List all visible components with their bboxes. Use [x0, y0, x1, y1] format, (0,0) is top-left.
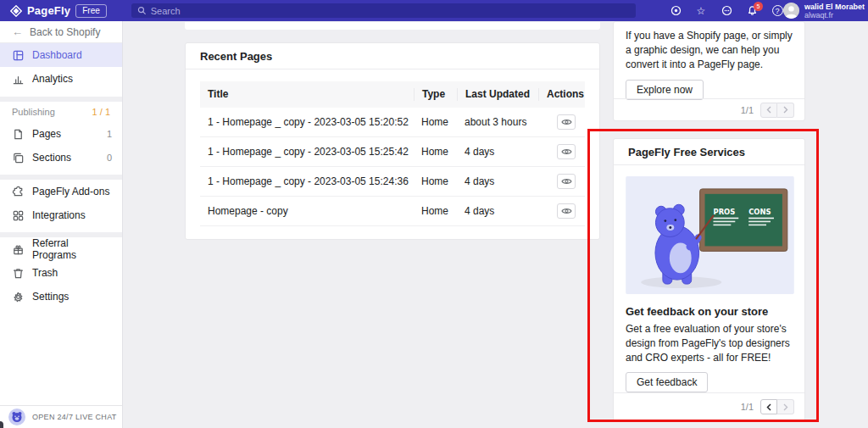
back-to-shopify-link[interactable]: ← Back to Shopify: [0, 21, 122, 43]
column-actions: Actions: [538, 88, 587, 101]
notifications-bell-icon[interactable]: 5: [746, 5, 758, 17]
table-header-row: Title Type Last Updated Actions: [200, 81, 585, 108]
chat-widget-sliver: [0, 421, 3, 428]
feedback-heading: Get feedback on your store: [626, 305, 793, 318]
sidebar-item-trash[interactable]: Trash: [0, 261, 122, 285]
help-icon[interactable]: ?: [771, 5, 783, 17]
bear-chalkboard-illustration: PROS CONS: [626, 176, 794, 294]
sidebar: ← Back to Shopify Dashboard Analy: [0, 21, 123, 428]
plan-badge: Free: [75, 4, 107, 18]
page-title-cell: 1 - Homepage _ copy - 2023-03-05 15:24:3…: [200, 175, 414, 187]
board-cons-label: CONS: [748, 208, 771, 216]
user-menu[interactable]: walid El Morabet alwaqt.fr: [783, 0, 865, 21]
pages-count: 1: [107, 129, 112, 139]
sidebar-item-addons[interactable]: PageFly Add-ons: [0, 180, 122, 203]
main-content: Recent Pages Title Type Last Updated Act…: [124, 21, 868, 428]
page-type-cell: Home: [414, 146, 457, 158]
page-type-cell: Home: [414, 116, 457, 128]
view-page-button[interactable]: [557, 144, 576, 159]
convert-card-text: If you have a Shopify page, or simply a …: [626, 29, 793, 72]
prev-service-button[interactable]: [760, 399, 777, 414]
gift-icon: [12, 243, 25, 256]
search-bar[interactable]: [131, 3, 636, 18]
page-title-cell: 1 - Homepage _ copy - 2023-03-05 15:25:4…: [200, 146, 414, 158]
sections-icon: [12, 152, 25, 164]
recent-pages-table: Title Type Last Updated Actions 1 - Home…: [200, 81, 585, 226]
notification-badge: 5: [754, 2, 763, 11]
topbar-icon-group: ☆ 5 ?: [670, 0, 783, 21]
sidebar-item-sections[interactable]: Sections 0: [0, 146, 122, 170]
table-row: Homepage - copy Home 4 days: [200, 197, 585, 226]
sidebar-item-analytics[interactable]: Analytics: [0, 67, 122, 91]
page-type-cell: Home: [414, 175, 457, 187]
sidebar-item-settings[interactable]: Settings: [0, 285, 122, 308]
page-updated-cell: 4 days: [457, 175, 538, 187]
analytics-icon: [12, 73, 25, 86]
live-chat-bear-icon: [8, 409, 25, 425]
table-row: 1 - Homepage _ copy - 2023-03-05 15:20:5…: [200, 108, 585, 137]
publishing-count: 1 / 1: [92, 107, 110, 117]
page-updated-cell: about 3 hours: [457, 116, 538, 128]
feedback-description: Get a free evaluation of your store's de…: [626, 322, 793, 365]
view-page-button[interactable]: [557, 114, 576, 130]
next-service-button[interactable]: [777, 399, 794, 414]
table-row: 1 - Homepage _ copy - 2023-03-05 15:25:4…: [200, 137, 585, 167]
page-updated-cell: 4 days: [457, 146, 538, 158]
get-feedback-button[interactable]: Get feedback: [626, 372, 708, 392]
pagefly-logo[interactable]: PageFly Free: [0, 4, 107, 18]
integrations-icon: [12, 209, 25, 222]
logo-text: PageFly: [27, 4, 70, 17]
eye-icon: [561, 147, 572, 156]
eye-icon: [561, 118, 572, 126]
gear-icon: [12, 291, 25, 303]
user-domain: alwaqt.fr: [804, 11, 865, 19]
convert-pagination-count: 1/1: [741, 105, 754, 115]
page-title-cell: 1 - Homepage _ copy - 2023-03-05 15:20:5…: [200, 116, 414, 128]
sidebar-item-pages[interactable]: Pages 1: [0, 122, 122, 146]
board-pros-label: PROS: [713, 208, 735, 216]
user-avatar: [783, 3, 799, 19]
page-type-cell: Home: [414, 205, 457, 217]
page-updated-cell: 4 days: [457, 205, 538, 217]
prev-page-button[interactable]: [760, 103, 777, 118]
dashboard-icon: [12, 49, 25, 62]
column-last-updated: Last Updated: [457, 88, 538, 101]
search-input[interactable]: [151, 6, 630, 16]
whats-new-icon[interactable]: [670, 5, 682, 17]
next-page-button[interactable]: [777, 103, 794, 118]
page-title-cell: Homepage - copy: [200, 205, 414, 217]
explore-now-button[interactable]: Explore now: [626, 80, 704, 100]
services-pagination-count: 1/1: [741, 402, 754, 412]
top-bar: PageFly Free ☆: [0, 0, 868, 21]
column-type: Type: [414, 88, 457, 101]
convert-page-card: If you have a Shopify page, or simply a …: [613, 21, 805, 121]
eye-icon: [561, 177, 572, 186]
pages-icon: [12, 128, 25, 141]
recent-pages-card: Recent Pages Title Type Last Updated Act…: [185, 42, 600, 240]
publishing-section-label: Publishing 1 / 1: [0, 102, 122, 122]
scrolled-card-remnant: [185, 22, 600, 30]
sidebar-item-integrations[interactable]: Integrations: [0, 203, 122, 227]
star-icon[interactable]: ☆: [695, 5, 707, 17]
column-title: Title: [200, 88, 414, 101]
pagefly-dashboard: PageFly Free ☆: [0, 0, 868, 428]
back-arrow-icon: ←: [12, 25, 23, 38]
user-name: walid El Morabet: [804, 3, 865, 11]
live-chat-launcher[interactable]: OPEN 24/7 LIVE CHAT: [0, 405, 122, 428]
search-icon: [137, 6, 147, 15]
sidebar-item-referral[interactable]: Referral Programs: [0, 237, 122, 261]
sections-count: 0: [107, 153, 112, 163]
eye-icon: [561, 207, 572, 215]
view-page-button[interactable]: [557, 203, 576, 219]
addons-icon: [12, 186, 25, 198]
view-page-button[interactable]: [557, 174, 576, 189]
live-chat-label: OPEN 24/7 LIVE CHAT: [32, 413, 117, 421]
pagefly-diamond-icon: [10, 5, 22, 17]
table-row: 1 - Homepage _ copy - 2023-03-05 15:24:3…: [200, 167, 585, 197]
free-services-card: PageFly Free Services PROS CONS: [613, 138, 805, 421]
free-services-title: PageFly Free Services: [628, 146, 745, 158]
sidebar-item-dashboard[interactable]: Dashboard: [0, 43, 122, 67]
trash-icon: [12, 267, 25, 280]
chat-icon[interactable]: [721, 5, 732, 17]
recent-pages-title: Recent Pages: [200, 50, 272, 63]
